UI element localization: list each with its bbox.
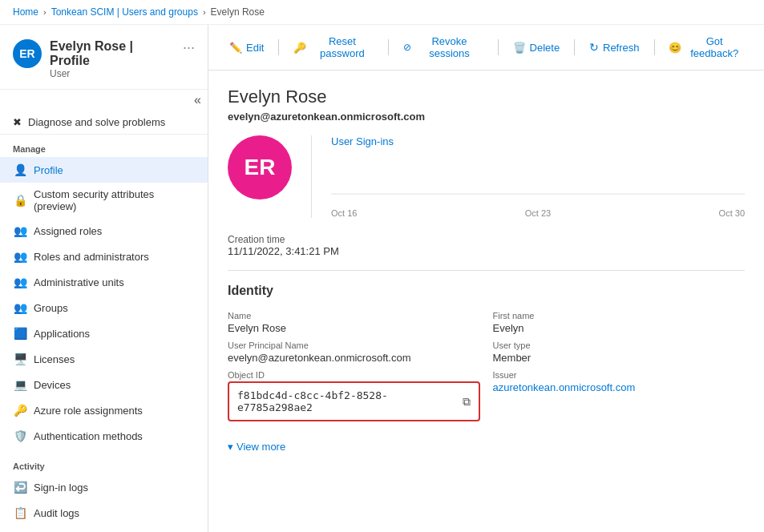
sign-ins-chart [331, 154, 745, 210]
feedback-button[interactable]: 😊 Got feedback? [661, 31, 751, 63]
profile-section: ER User Sign-ins Oct 16 Oct 23 Oct 30 [228, 135, 745, 218]
custom-security-icon: 🔒 [13, 193, 27, 208]
user-avatar: ER [228, 135, 292, 200]
roles-admins-icon: 👥 [13, 249, 27, 264]
sidebar-item-signin-logs[interactable]: ↩️ Sign-in logs [0, 474, 208, 500]
identity-section-title: Identity [228, 284, 745, 298]
chart-area: Oct 16 Oct 23 Oct 30 [331, 154, 745, 218]
view-more[interactable]: ▾ View more [228, 441, 745, 453]
sidebar-item-groups[interactable]: 👥 Groups [0, 295, 208, 320]
applications-icon: 🟦 [13, 326, 27, 341]
first-name-label: First name [493, 311, 746, 320]
sidebar-item-licenses[interactable]: 🖥️ Licenses [0, 346, 208, 372]
breadcrumb: Home › Tonkean SCIM | Users and groups ›… [0, 0, 764, 25]
main-content: ✏️ Edit 🔑 Reset password ⊘ Revoke sessio… [208, 25, 764, 532]
user-name-heading: Evelyn Rose [228, 87, 745, 107]
toolbar: ✏️ Edit 🔑 Reset password ⊘ Revoke sessio… [208, 25, 764, 71]
issuer-field: Issuer azuretonkean.onmicrosoft.com [493, 370, 746, 393]
breadcrumb-parent[interactable]: Tonkean SCIM | Users and groups [51, 6, 198, 18]
manage-section-label: Manage [0, 138, 208, 157]
sidebar-item-custom-security[interactable]: 🔒 Custom security attributes (preview) [0, 183, 208, 218]
sidebar-item-audit-logs[interactable]: 📋 Audit logs [0, 500, 208, 526]
refresh-button[interactable]: ↻ Refresh [581, 37, 648, 58]
chart-labels: Oct 16 Oct 23 Oct 30 [331, 208, 745, 218]
sidebar-item-admin-units[interactable]: 👥 Administrative units [0, 269, 208, 295]
admin-units-icon: 👥 [13, 275, 27, 289]
sidebar-collapse-icon[interactable]: « [194, 93, 201, 107]
breadcrumb-current: Evelyn Rose [211, 6, 265, 18]
assigned-roles-icon: 👥 [13, 224, 27, 238]
creation-time-label: Creation time [228, 234, 745, 245]
signin-logs-icon: ↩️ [13, 480, 27, 494]
activity-section-label: Activity [0, 455, 208, 474]
reset-password-button[interactable]: 🔑 Reset password [285, 31, 382, 63]
sign-ins-panel: User Sign-ins Oct 16 Oct 23 Oct 30 [311, 135, 745, 218]
sign-ins-link[interactable]: User Sign-ins [331, 135, 394, 147]
copy-icon[interactable]: ⧉ [463, 395, 471, 409]
creation-info: Creation time 11/11/2022, 3:41:21 PM [228, 234, 745, 257]
delete-button[interactable]: 🗑️ Delete [505, 38, 568, 58]
sidebar-item-azure-roles[interactable]: 🔑 Azure role assignments [0, 397, 208, 423]
section-divider [228, 270, 745, 271]
sidebar-item-diagnose[interactable]: ✖ Diagnose and solve problems [0, 111, 208, 135]
sidebar-header: ER Evelyn Rose | Profile User ··· [0, 31, 208, 90]
name-field: Name Evelyn Rose [228, 311, 480, 334]
licenses-icon: 🖥️ [13, 352, 27, 366]
devices-icon: 💻 [13, 377, 27, 392]
reset-password-icon: 🔑 [293, 42, 306, 54]
sidebar-more-icon[interactable]: ··· [183, 39, 195, 56]
sidebar-avatar: ER [13, 39, 42, 68]
issuer-label: Issuer [493, 370, 746, 380]
breadcrumb-home[interactable]: Home [13, 6, 38, 18]
refresh-icon: ↻ [589, 41, 599, 54]
creation-time-value: 11/11/2022, 3:41:21 PM [228, 245, 745, 257]
name-label: Name [228, 311, 480, 320]
sidebar-item-devices[interactable]: 💻 Devices [0, 372, 208, 397]
audit-logs-icon: 📋 [13, 506, 27, 520]
revoke-sessions-icon: ⊘ [403, 42, 411, 53]
identity-grid: Name Evelyn Rose User Principal Name eve… [228, 311, 745, 428]
revoke-sessions-button[interactable]: ⊘ Revoke sessions [395, 31, 491, 63]
azure-roles-icon: 🔑 [13, 403, 27, 417]
sidebar-title: Evelyn Rose | Profile [50, 39, 175, 68]
object-id-field: Object ID f81bdc4d-c8cc-4bf2-8528-e7785a… [228, 370, 480, 421]
upn-field: User Principal Name evelyn@azuretonkean.… [228, 341, 480, 364]
groups-icon: 👥 [13, 300, 27, 315]
user-type-value: Member [493, 352, 746, 364]
diagnose-icon: ✖ [13, 116, 22, 128]
object-id-block: f81bdc4d-c8cc-4bf2-8528-e7785a298ae2 ⧉ [228, 381, 480, 421]
sidebar: ER Evelyn Rose | Profile User ··· « ✖ Di… [0, 25, 208, 532]
sidebar-item-assigned-roles[interactable]: 👥 Assigned roles [0, 218, 208, 244]
edit-icon: ✏️ [229, 42, 242, 54]
first-name-value: Evelyn [493, 322, 746, 334]
user-type-label: User type [493, 341, 746, 350]
chevron-down-icon: ▾ [228, 441, 233, 453]
edit-button[interactable]: ✏️ Edit [221, 38, 272, 58]
sidebar-item-applications[interactable]: 🟦 Applications [0, 320, 208, 346]
sidebar-item-auth-methods[interactable]: 🛡️ Authentication methods [0, 423, 208, 449]
upn-value: evelyn@azuretonkean.onmicrosoft.com [228, 352, 480, 364]
object-id-label: Object ID [228, 370, 480, 380]
auth-methods-icon: 🛡️ [13, 429, 27, 443]
upn-label: User Principal Name [228, 341, 480, 350]
profile-icon: 👤 [13, 163, 27, 177]
name-value: Evelyn Rose [228, 322, 480, 334]
sidebar-item-profile[interactable]: 👤 Profile [0, 157, 208, 183]
sidebar-subtitle: User [50, 68, 175, 79]
issuer-value[interactable]: azuretonkean.onmicrosoft.com [493, 381, 636, 393]
delete-icon: 🗑️ [513, 42, 526, 54]
first-name-field: First name Evelyn [493, 311, 746, 334]
sidebar-item-roles-admins[interactable]: 👥 Roles and administrators [0, 244, 208, 269]
profile-content: Evelyn Rose evelyn@azuretonkean.onmicros… [208, 71, 764, 469]
feedback-icon: 😊 [669, 42, 681, 54]
user-email: evelyn@azuretonkean.onmicrosoft.com [228, 111, 745, 123]
object-id-value: f81bdc4d-c8cc-4bf2-8528-e7785a298ae2 [237, 389, 456, 413]
user-type-field: User type Member [493, 341, 746, 364]
